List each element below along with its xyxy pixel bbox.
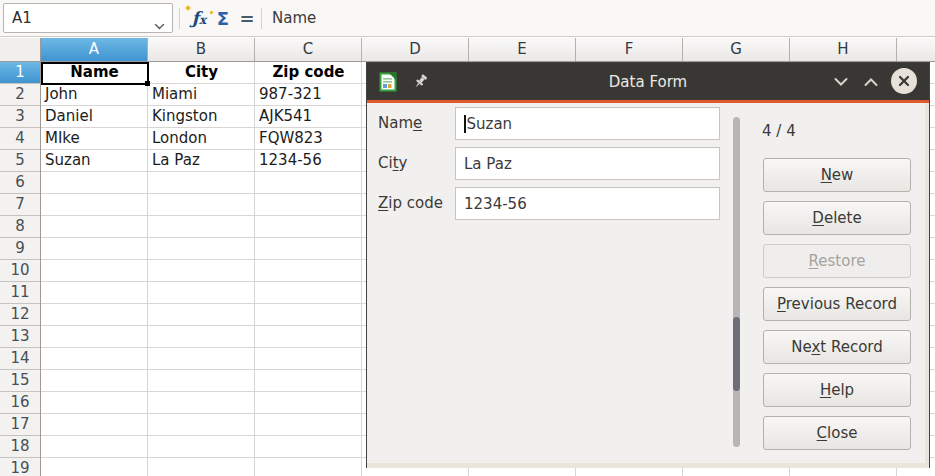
data-form-dialog: Data Form Name Suzan City La Paz Zip cod… (366, 62, 930, 468)
sparkle-icon (185, 5, 191, 11)
row-header-11[interactable]: 11 (0, 282, 40, 304)
cell-b2[interactable]: Miami (148, 84, 255, 106)
city-field[interactable]: La Paz (455, 147, 720, 180)
row-header-1[interactable]: 1 (0, 62, 40, 84)
column-header-a[interactable]: A (41, 38, 148, 61)
separator (179, 8, 180, 29)
row-header-8[interactable]: 8 (0, 216, 40, 238)
name-box-chevron-down-icon[interactable] (154, 16, 165, 34)
zip-field-value: 1234-56 (464, 195, 527, 213)
column-header-partial[interactable] (897, 38, 935, 61)
previous-record-button[interactable]: Previous Record (763, 287, 911, 321)
dialog-frame (925, 103, 929, 463)
formula-bar: A1 ƒx Σ = Name (0, 0, 935, 37)
city-field-value: La Paz (464, 155, 512, 173)
name-box[interactable]: A1 (3, 3, 173, 33)
row-header-7[interactable]: 7 (0, 194, 40, 216)
cell-b1[interactable]: City (148, 62, 255, 84)
cell-a4[interactable]: MIke (41, 128, 148, 150)
row-header-13[interactable]: 13 (0, 326, 40, 348)
cell-c4[interactable]: FQW823 (255, 128, 362, 150)
new-button[interactable]: New (763, 158, 911, 192)
row-header-6[interactable]: 6 (0, 172, 40, 194)
cell-c5[interactable]: 1234-56 (255, 150, 362, 172)
zip-field-label: Zip code (378, 187, 453, 220)
row-headers: 1 2 3 4 5 6 7 8 9 10 11 12 13 14 15 16 1… (0, 62, 41, 476)
row-header-5[interactable]: 5 (0, 150, 40, 172)
separator (261, 8, 262, 29)
column-header-d[interactable]: D (362, 38, 469, 61)
help-button[interactable]: Help (763, 373, 911, 407)
cell-a3[interactable]: Daniel (41, 106, 148, 128)
pin-icon[interactable] (412, 73, 429, 90)
scrollbar-thumb[interactable] (733, 317, 740, 391)
row-header-9[interactable]: 9 (0, 238, 40, 260)
chevron-down-icon[interactable] (829, 63, 853, 100)
row-header-10[interactable]: 10 (0, 260, 40, 282)
cell-a5[interactable]: Suzan (41, 150, 148, 172)
column-header-g[interactable]: G (683, 38, 790, 61)
formula-input[interactable]: Name (272, 0, 935, 36)
city-field-label: City (378, 147, 453, 180)
name-field-label: Name (378, 107, 453, 140)
cell-b3[interactable]: Kingston (148, 106, 255, 128)
select-all-corner[interactable] (0, 38, 41, 62)
column-header-b[interactable]: B (148, 38, 255, 61)
sum-icon[interactable]: Σ (212, 4, 234, 32)
close-button[interactable]: Close (763, 416, 911, 450)
chevron-up-icon[interactable] (859, 63, 883, 100)
dialog-titlebar[interactable]: Data Form (367, 63, 929, 100)
next-record-button[interactable]: Next Record (763, 330, 911, 364)
fx-x: x (199, 13, 206, 27)
row-header-2[interactable]: 2 (0, 84, 40, 106)
calc-window: A1 ƒx Σ = Name A B C D E F G (0, 0, 935, 476)
cell-c2[interactable]: 987-321 (255, 84, 362, 106)
cell-a2[interactable]: John (41, 84, 148, 106)
cell-c1[interactable]: Zip code (255, 62, 362, 84)
cell-b5[interactable]: La Paz (148, 150, 255, 172)
row-header-14[interactable]: 14 (0, 348, 40, 370)
formula-content: Name (272, 9, 316, 27)
restore-button[interactable]: Restore (763, 244, 911, 278)
name-field-value: Suzan (467, 115, 513, 133)
cell-reference: A1 (12, 9, 32, 27)
fx-f: ƒ (192, 8, 199, 28)
row-header-12[interactable]: 12 (0, 304, 40, 326)
form-scrollbar[interactable] (733, 117, 740, 447)
function-wizard-icon[interactable]: ƒx (186, 4, 212, 32)
record-indicator: 4 / 4 (762, 122, 796, 140)
row-header-4[interactable]: 4 (0, 128, 40, 150)
equals-icon[interactable]: = (236, 4, 258, 32)
cell-a1[interactable]: Name (41, 62, 148, 84)
column-header-e[interactable]: E (469, 38, 576, 61)
row-header-17[interactable]: 17 (0, 414, 40, 436)
zip-field[interactable]: 1234-56 (455, 187, 720, 220)
dialog-body: Name Suzan City La Paz Zip code 1234-56 … (367, 103, 929, 463)
row-header-19[interactable]: 19 (0, 458, 40, 476)
name-field[interactable]: Suzan (455, 107, 720, 140)
text-caret (464, 115, 466, 133)
delete-button[interactable]: Delete (763, 201, 911, 235)
column-header-c[interactable]: C (255, 38, 362, 61)
row-header-16[interactable]: 16 (0, 392, 40, 414)
calc-document-icon (377, 71, 399, 93)
row-header-18[interactable]: 18 (0, 436, 40, 458)
column-header-h[interactable]: H (790, 38, 897, 61)
cell-b4[interactable]: London (148, 128, 255, 150)
row-header-3[interactable]: 3 (0, 106, 40, 128)
column-headers: A B C D E F G H (41, 38, 935, 62)
column-header-f[interactable]: F (576, 38, 683, 61)
close-icon[interactable] (891, 68, 917, 94)
cell-c3[interactable]: AJK541 (255, 106, 362, 128)
row-header-15[interactable]: 15 (0, 370, 40, 392)
dialog-frame (367, 463, 929, 468)
